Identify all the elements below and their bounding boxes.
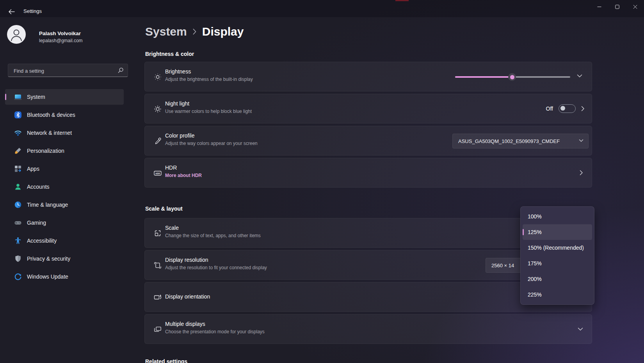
sidebar-item-apps[interactable]: Apps <box>5 161 124 177</box>
sidebar-item-label: Accessibility <box>27 238 57 244</box>
sidebar-item-label: Personalization <box>27 148 64 154</box>
section-heading-brightness-color: Brightness & color <box>145 51 194 57</box>
sidebar-item-windows-update[interactable]: Windows Update <box>5 269 124 284</box>
section-heading-scale-layout: Scale & layout <box>145 206 183 212</box>
multiple-displays-icon <box>153 325 162 334</box>
chevron-right-icon[interactable] <box>581 106 585 111</box>
sidebar-item-label: Time & language <box>27 202 68 208</box>
bluetooth-icon <box>14 111 22 119</box>
update-icon <box>14 273 22 281</box>
sidebar-item-privacy-security[interactable]: Privacy & security <box>5 251 124 266</box>
window-controls <box>590 0 644 13</box>
display-orientation-title: Display orientation <box>165 293 210 300</box>
chevron-right-icon[interactable] <box>580 170 583 175</box>
apps-icon <box>14 165 22 173</box>
color-profile-title: Color profile <box>165 132 258 139</box>
user-name: Palash Volvoikar <box>39 30 81 36</box>
brightness-title: Brightness <box>165 68 253 75</box>
brightness-icon <box>153 73 162 81</box>
svg-text:HDR: HDR <box>155 172 160 175</box>
scale-subtitle: Change the size of text, apps, and other… <box>165 233 261 238</box>
settings-window: Settings Palash Volvoikar lepalash@gmail… <box>0 0 644 363</box>
sidebar-item-label: Bluetooth & devices <box>27 112 75 118</box>
scale-option-150[interactable]: 150% (Recommended) <box>523 240 592 256</box>
scale-option-175[interactable]: 175% <box>523 256 592 271</box>
chevron-down-icon <box>579 139 584 142</box>
display-resolution-value: 2560 × 14 <box>486 263 514 268</box>
night-light-controls: Off <box>546 94 585 123</box>
expand-chevron-down-icon[interactable] <box>577 74 582 78</box>
scale-option-200[interactable]: 200% <box>523 271 592 287</box>
sidebar-item-bluetooth-devices[interactable]: Bluetooth & devices <box>5 107 124 123</box>
sidebar-item-label: Windows Update <box>27 274 68 280</box>
night-light-title: Night light <box>165 100 252 107</box>
scale-title: Scale <box>165 225 261 231</box>
sidebar-item-label: Gaming <box>27 220 46 226</box>
night-light-toggle[interactable] <box>559 104 576 113</box>
expand-chevron-down-icon[interactable] <box>578 327 583 331</box>
scale-option-225[interactable]: 225% <box>523 287 592 302</box>
scale-flyout-menu: 100% 125% 150% (Recommended) 175% 200% 2… <box>520 206 594 305</box>
color-profile-row: Color profile Adjust the way colors appe… <box>144 126 592 156</box>
hdr-title: HDR <box>165 165 202 171</box>
user-email: lepalash@gmail.com <box>39 38 83 43</box>
display-resolution-title: Display resolution <box>165 257 267 263</box>
shield-icon <box>14 255 22 263</box>
sidebar-item-personalization[interactable]: Personalization <box>5 143 124 159</box>
slider-fill <box>455 76 512 78</box>
wifi-icon <box>14 129 22 137</box>
brightness-row: Brightness Adjust the brightness of the … <box>144 62 592 91</box>
minimize-button[interactable] <box>590 0 608 13</box>
recording-indicator <box>395 0 409 1</box>
paintbrush-icon <box>14 147 22 155</box>
brightness-slider <box>455 62 570 91</box>
hdr-more-link[interactable]: More about HDR <box>165 173 202 178</box>
breadcrumb-display: Display <box>202 25 244 38</box>
system-icon <box>14 93 22 101</box>
multiple-displays-row[interactable]: Multiple displays Choose the presentatio… <box>144 314 592 344</box>
back-arrow-icon <box>9 9 15 14</box>
scale-option-125[interactable]: 125% <box>523 224 592 240</box>
related-settings-heading: Related settings <box>145 358 187 363</box>
accessibility-icon <box>14 237 22 245</box>
scale-option-100[interactable]: 100% <box>523 209 592 224</box>
search-icon <box>117 67 124 73</box>
gamepad-icon <box>14 219 22 227</box>
person-icon <box>7 25 26 44</box>
titlebar: Settings <box>0 0 644 17</box>
sidebar-item-accessibility[interactable]: Accessibility <box>5 233 124 249</box>
search-input[interactable] <box>13 64 112 77</box>
sidebar-item-time-language[interactable]: Time & language <box>5 197 124 213</box>
color-profile-value: ASUS_GA503QM_1002_E5090973_CMDEF <box>453 138 560 144</box>
avatar[interactable] <box>7 25 26 44</box>
display-resolution-subtitle: Adjust the resolution to fit your connec… <box>165 265 267 270</box>
back-button[interactable] <box>6 6 17 17</box>
breadcrumb-system[interactable]: System <box>145 25 187 38</box>
chevron-right-icon <box>192 28 197 35</box>
eyedropper-icon <box>153 137 162 145</box>
multiple-displays-title: Multiple displays <box>165 321 265 327</box>
multiple-displays-subtitle: Choose the presentation mode for your di… <box>165 329 265 334</box>
color-profile-select[interactable]: ASUS_GA503QM_1002_E5090973_CMDEF <box>452 134 589 148</box>
breadcrumb: System Display <box>145 25 244 38</box>
sidebar-item-label: System <box>27 94 45 100</box>
sidebar-item-system[interactable]: System <box>5 89 124 105</box>
clock-globe-icon <box>14 201 22 209</box>
search-box[interactable] <box>8 64 128 77</box>
sidebar-nav: System Bluetooth & devices Network & int… <box>5 89 124 287</box>
sidebar-item-gaming[interactable]: Gaming <box>5 215 124 231</box>
display-resolution-icon <box>153 261 162 270</box>
night-light-row[interactable]: Night light Use warmer colors to help bl… <box>144 94 592 123</box>
night-light-icon <box>153 105 162 113</box>
sidebar-item-label: Privacy & security <box>27 256 70 262</box>
hdr-row[interactable]: HDR HDR More about HDR <box>144 158 592 188</box>
close-button[interactable] <box>626 0 644 13</box>
sidebar-item-label: Apps <box>27 166 39 172</box>
app-title: Settings <box>23 8 42 14</box>
hdr-icon: HDR <box>153 169 162 177</box>
slider-thumb[interactable] <box>508 73 516 81</box>
maximize-button[interactable] <box>608 0 626 13</box>
sidebar-item-accounts[interactable]: Accounts <box>5 179 124 195</box>
display-orientation-icon <box>153 293 162 302</box>
sidebar-item-network-internet[interactable]: Network & internet <box>5 125 124 141</box>
